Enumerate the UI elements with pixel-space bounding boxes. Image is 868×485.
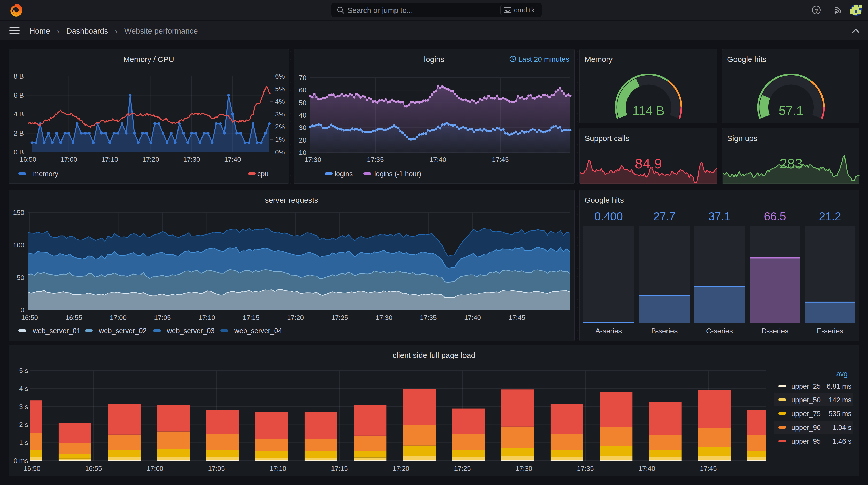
svg-text:16:50: 16:50 (21, 314, 38, 322)
svg-text:30: 30 (299, 124, 306, 131)
svg-text:0%: 0% (275, 148, 285, 156)
svg-text:17:20: 17:20 (287, 314, 304, 322)
svg-text:6%: 6% (275, 72, 285, 80)
svg-text:17:25: 17:25 (331, 314, 348, 322)
svg-text:66.5: 66.5 (764, 210, 786, 223)
svg-text:1.04 s: 1.04 s (832, 424, 851, 431)
svg-text:17:35: 17:35 (420, 314, 437, 322)
svg-text:cpu: cpu (257, 170, 269, 178)
svg-text:0.400: 0.400 (594, 210, 623, 223)
svg-text:37.1: 37.1 (708, 210, 731, 223)
svg-text:17:35: 17:35 (577, 464, 594, 472)
svg-text:1.46 s: 1.46 s (832, 438, 851, 445)
svg-text:2 B: 2 B (14, 129, 24, 137)
svg-text:17:10: 17:10 (198, 314, 215, 322)
svg-text:web_server_03: web_server_03 (167, 327, 215, 335)
svg-text:1 s: 1 s (19, 439, 28, 447)
svg-text:17:20: 17:20 (142, 156, 159, 163)
svg-text:logins: logins (335, 170, 353, 178)
svg-text:0: 0 (21, 306, 24, 314)
svg-text:16:50: 16:50 (20, 156, 36, 163)
svg-text:4 B: 4 B (14, 110, 24, 118)
svg-text:?: ? (814, 7, 818, 14)
svg-text:0 ms: 0 ms (14, 457, 28, 464)
svg-text:0 B: 0 B (14, 148, 24, 156)
svg-text:16:55: 16:55 (85, 464, 102, 472)
svg-text:21.2: 21.2 (819, 210, 841, 223)
svg-text:web_server_01: web_server_01 (33, 327, 81, 335)
svg-text:web_server_04: web_server_04 (234, 327, 282, 335)
svg-text:memory: memory (33, 170, 58, 178)
svg-text:17:45: 17:45 (492, 156, 509, 163)
svg-text:8 B: 8 B (14, 72, 24, 80)
svg-text:17:10: 17:10 (101, 156, 118, 163)
svg-text:17:05: 17:05 (208, 464, 225, 472)
svg-text:17:15: 17:15 (243, 314, 259, 322)
svg-text:4 s: 4 s (19, 385, 28, 392)
svg-text:16:50: 16:50 (24, 464, 40, 472)
svg-text:283: 283 (779, 156, 803, 171)
svg-text:2%: 2% (275, 123, 285, 131)
svg-text:60: 60 (299, 86, 306, 94)
svg-text:17:40: 17:40 (224, 156, 241, 163)
svg-text:6 B: 6 B (14, 91, 24, 99)
svg-text:1%: 1% (275, 136, 285, 143)
svg-text:17:30: 17:30 (183, 156, 200, 163)
svg-text:6.81 ms: 6.81 ms (827, 383, 851, 390)
svg-text:upper_50: upper_50 (791, 396, 821, 404)
svg-text:17:05: 17:05 (154, 314, 171, 322)
svg-text:535 ms: 535 ms (829, 410, 851, 418)
svg-text:avg: avg (836, 370, 847, 378)
svg-text:upper_95: upper_95 (791, 438, 821, 445)
svg-text:17:45: 17:45 (508, 314, 525, 322)
svg-text:Last 20 minutes: Last 20 minutes (518, 55, 569, 63)
svg-text:17:00: 17:00 (110, 314, 127, 322)
svg-text:4%: 4% (275, 98, 285, 105)
svg-text:57.1: 57.1 (779, 103, 803, 118)
svg-text:17:45: 17:45 (700, 464, 717, 472)
svg-text:5%: 5% (275, 85, 285, 93)
svg-text:17:00: 17:00 (60, 156, 77, 163)
svg-text:logins (-1 hour): logins (-1 hour) (374, 170, 421, 178)
svg-text:16:55: 16:55 (65, 314, 82, 322)
svg-text:17:35: 17:35 (367, 156, 383, 163)
svg-text:upper_75: upper_75 (791, 410, 821, 418)
svg-text:17:40: 17:40 (429, 156, 446, 163)
svg-text:17:30: 17:30 (304, 156, 321, 163)
svg-text:17:10: 17:10 (270, 464, 286, 472)
svg-text:150: 150 (13, 209, 24, 217)
svg-text:3%: 3% (275, 110, 285, 118)
svg-text:C-series: C-series (706, 327, 733, 335)
svg-text:web_server_02: web_server_02 (99, 327, 147, 335)
svg-text:5 s: 5 s (19, 367, 28, 375)
svg-text:27.7: 27.7 (653, 210, 676, 223)
svg-text:2 s: 2 s (19, 421, 28, 428)
svg-text:40: 40 (299, 111, 306, 119)
svg-text:114 B: 114 B (632, 103, 664, 118)
svg-text:70: 70 (299, 74, 306, 82)
svg-text:upper_90: upper_90 (791, 424, 821, 431)
svg-text:84.9: 84.9 (635, 156, 662, 171)
svg-text:17:30: 17:30 (376, 314, 393, 322)
svg-text:17:25: 17:25 (454, 464, 471, 472)
svg-text:17:20: 17:20 (393, 464, 409, 472)
svg-text:E-series: E-series (817, 327, 843, 335)
svg-text:142 ms: 142 ms (829, 396, 851, 404)
svg-text:D-series: D-series (762, 327, 788, 335)
svg-text:B-series: B-series (651, 327, 678, 335)
svg-text:17:30: 17:30 (516, 464, 532, 472)
svg-text:17:40: 17:40 (638, 464, 655, 472)
svg-text:50: 50 (299, 99, 306, 107)
svg-text:3 s: 3 s (19, 403, 28, 411)
svg-text:50: 50 (17, 274, 24, 282)
svg-text:10: 10 (299, 149, 306, 157)
svg-text:100: 100 (13, 241, 24, 249)
svg-text:17:40: 17:40 (464, 314, 481, 322)
svg-text:20: 20 (299, 136, 306, 144)
svg-text:17:00: 17:00 (147, 464, 163, 472)
svg-text:A-series: A-series (595, 327, 622, 335)
svg-text:17:15: 17:15 (331, 464, 348, 472)
svg-text:upper_25: upper_25 (791, 383, 821, 390)
